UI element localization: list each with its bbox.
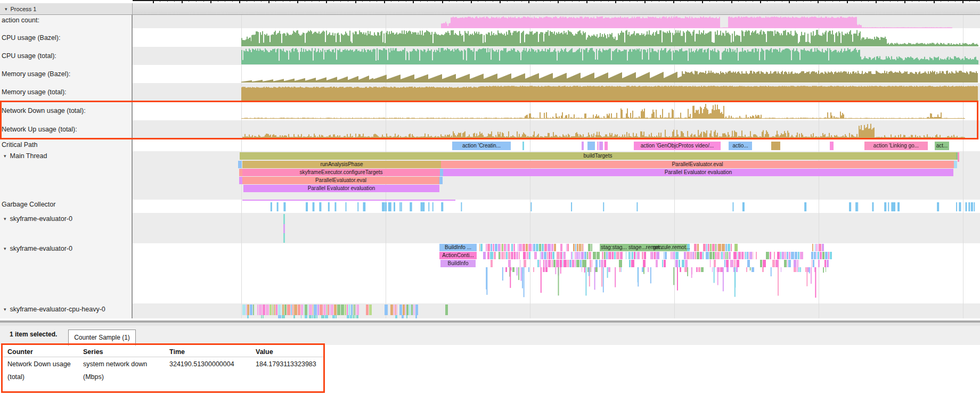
sidebar-item-cpu-usage-bazel[interactable]: CPU usage (Bazel): [0, 34, 130, 42]
critical-path-span[interactable] [597, 142, 599, 150]
ruler-minor-tick [969, 0, 970, 2]
trace-span[interactable]: ParallelEvaluator.eval [242, 177, 439, 184]
ruler-minor-tick [362, 0, 363, 2]
sidebar-item-memory-usage-bazel[interactable]: Memory usage (Bazel): [0, 70, 130, 78]
critical-path-span[interactable]: act... [935, 142, 949, 150]
selection-status: 1 item selected. [10, 331, 57, 338]
critical-path-span[interactable] [522, 142, 524, 150]
ruler-minor-tick [796, 0, 797, 2]
evaluator-span[interactable]: BuildInfo [440, 260, 476, 267]
trace-span[interactable] [439, 177, 443, 184]
critical-path-span[interactable]: action 'GenObjcProtos video/... [634, 142, 721, 150]
critical-path-span[interactable] [771, 142, 780, 150]
ruler-minor-tick [651, 0, 652, 2]
ruler-minor-tick [333, 0, 334, 2]
ruler-minor-tick [435, 0, 435, 2]
critical-path-span[interactable] [599, 142, 603, 150]
ruler-minor-tick [420, 0, 421, 2]
ruler-minor-tick [623, 0, 623, 2]
sidebar-item-garbage-collector[interactable]: Garbage Collector [0, 200, 130, 209]
ruler-minor-tick [709, 0, 710, 2]
evaluator-span-label: stag:stag... [601, 244, 627, 250]
ruler-minor-tick [637, 0, 638, 2]
table-header-divider [3, 357, 323, 357]
ruler-minor-tick [449, 0, 450, 2]
critical-path-span[interactable] [830, 142, 834, 150]
tab-counter-sample[interactable]: Counter Sample (1) [68, 330, 136, 345]
critical-path-span[interactable] [605, 142, 608, 150]
sidebar-item-network-down-usage-total[interactable]: Network Down usage (total): [0, 106, 130, 115]
ruler-minor-tick [767, 0, 767, 2]
sidebar-item-skyframe-evaluator-cpu-heavy-0[interactable]: ▾skyframe-evaluator-cpu-heavy-0 [0, 305, 130, 314]
ruler-minor-tick [630, 0, 630, 2]
ruler-minor-tick [716, 0, 717, 2]
ruler-minor-tick [579, 0, 579, 2]
track-sidebar: action count:CPU usage (Bazel):CPU usage… [0, 15, 133, 319]
critical-path-span[interactable] [582, 142, 584, 150]
sidebar-item-skyframe-evaluator-0[interactable]: ▾skyframe-evaluator-0 [0, 215, 130, 223]
ruler-minor-tick [839, 0, 840, 2]
trace-span[interactable]: runAnalysisPhase [242, 161, 441, 168]
trace-span[interactable]: Parallel Evaluator evaluation [443, 169, 953, 176]
evaluator-span[interactable]: ActionConti... [439, 252, 477, 259]
ruler-minor-tick [977, 0, 977, 2]
trace-span[interactable] [954, 161, 957, 168]
trace-span[interactable]: Parallel Evaluator evaluation [243, 185, 439, 192]
process-toggle[interactable]: ▾ Process 1 [0, 3, 133, 14]
ruler-minor-tick [218, 0, 218, 2]
sidebar-item-critical-path[interactable]: Critical Path [0, 141, 130, 149]
trace-span[interactable]: ParallelEvaluator.eval [441, 161, 954, 168]
sidebar-item-skyframe-evaluator-0[interactable]: ▾skyframe-evaluator-0 [0, 244, 130, 253]
detail-tabstrip: 1 item selected. Counter Sample (1) [0, 326, 980, 345]
trace-span[interactable]: buildTargets [240, 152, 956, 160]
track-label: Memory usage (total): [2, 88, 67, 96]
ruler-minor-tick [666, 0, 666, 2]
ruler-minor-tick [868, 0, 869, 2]
critical-path-span[interactable]: action 'Linking go... [864, 142, 928, 150]
track-label: Main Thread [10, 152, 47, 160]
ruler-minor-tick [861, 0, 862, 2]
table-cell[interactable]: system network down (Mbps) [83, 358, 163, 383]
ruler-minor-tick [543, 0, 544, 2]
critical-path-span[interactable]: action 'Creatin... [452, 142, 511, 150]
ruler-minor-tick [941, 0, 941, 2]
ruler-minor-tick [854, 0, 854, 2]
process-header: ▾ Process 1 [0, 3, 980, 15]
track-label: CPU usage (Bazel): [2, 34, 60, 42]
ruler-minor-tick [232, 0, 233, 2]
trace-span[interactable]: skyframeExecutor.configureTargets [242, 169, 440, 176]
ruler-minor-tick [912, 0, 912, 2]
critical-path-span[interactable]: actio... [729, 142, 752, 150]
ruler-minor-tick [825, 0, 826, 2]
ruler-minor-tick [254, 0, 255, 2]
detail-panel: 1 item selected. Counter Sample (1) Coun… [0, 326, 980, 395]
trace-span[interactable] [958, 152, 959, 162]
track-label: skyframe-evaluator-0 [10, 215, 72, 223]
ruler-minor-tick [536, 0, 536, 2]
ruler-minor-tick [348, 0, 348, 2]
trace-span[interactable] [238, 161, 242, 168]
ruler-minor-tick [196, 0, 197, 2]
ruler-minor-tick [695, 0, 696, 2]
ruler-minor-tick [456, 0, 457, 2]
sidebar-item-cpu-usage-total[interactable]: CPU usage (total): [0, 52, 130, 60]
table-cell[interactable]: Network Down usage (total) [7, 358, 78, 383]
sidebar-item-network-up-usage-total[interactable]: Network Up usage (total): [0, 125, 130, 134]
ruler-minor-tick [174, 0, 175, 2]
table-cell[interactable]: 184.1793113323983 [256, 358, 323, 371]
critical-path-span[interactable] [587, 142, 595, 150]
sidebar-item-action-count[interactable]: action count: [0, 16, 130, 24]
ruler-minor-tick [283, 0, 283, 2]
ruler-minor-tick [572, 0, 573, 2]
ruler-minor-tick [261, 0, 262, 2]
sidebar-item-memory-usage-total[interactable]: Memory usage (total): [0, 88, 130, 96]
sidebar-item-main-thread[interactable]: ▾Main Thread [0, 152, 130, 160]
ruler-minor-tick [919, 0, 919, 2]
ruler-minor-tick [521, 0, 522, 2]
track-label: Network Up usage (total): [2, 126, 77, 133]
table-cell[interactable]: 324190.51300000004 [169, 358, 254, 371]
ruler-minor-tick [189, 0, 189, 2]
ruler-minor-tick [680, 0, 681, 2]
ruler-minor-tick [774, 0, 775, 2]
evaluator-span[interactable]: BuildInfo ... [439, 244, 477, 251]
